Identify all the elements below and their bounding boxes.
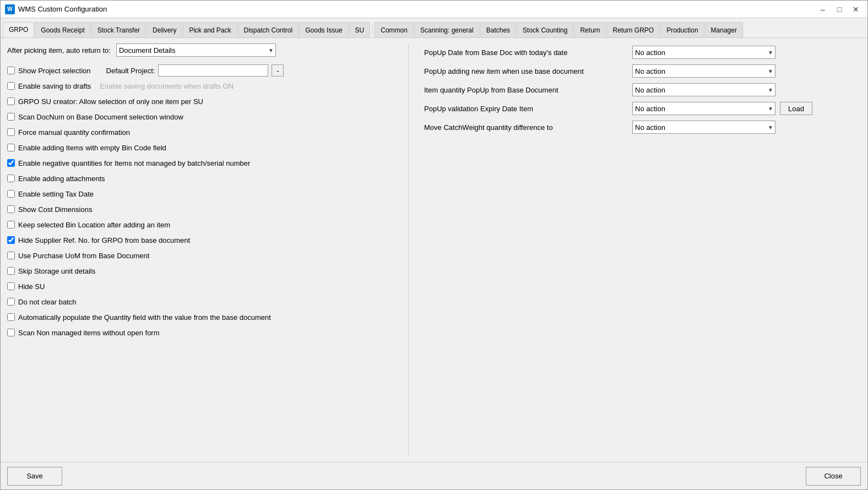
enable-attachments-checkbox[interactable] [7,175,15,182]
tab-goods-receipt[interactable]: Goods Receipt [35,22,90,37]
content-area: After picking item, auto return to: Docu… [1,38,867,462]
after-picking-label: After picking item, auto return to: [7,46,111,55]
right-row-move-catchweight: Move CatchWeight quantity difference toN… [424,119,861,135]
show-cost-dimensions-row: Show Cost Dimensions [7,203,393,215]
enable-empty-bin-label: Enable adding Items with empty Bin Code … [18,144,166,152]
tab-goods-issue[interactable]: Goods Issue [299,22,348,37]
right-dropdown-wrapper-popup-date: No actionAlways PopUpPopUp if empty▼ [632,46,775,59]
grpo-su-creator-checkbox[interactable] [7,97,15,105]
force-manual-row: Force manual quantity confirmation [7,126,393,138]
right-dropdown-wrapper-item-qty-popup: No actionAlways PopUpPopUp if empty▼ [632,83,775,96]
maximize-button[interactable]: □ [832,3,847,15]
right-dropdown-wrapper-popup-validation-expiry: No actionAlways PopUpPopUp if empty▼ [632,102,775,115]
footer: Save Close [1,462,867,489]
hide-su-row: Hide SU [7,280,393,292]
show-cost-dimensions-label: Show Cost Dimensions [18,205,92,214]
close-window-button[interactable]: ✕ [849,3,863,15]
hide-su-checkbox[interactable] [7,282,15,290]
right-dropdown-popup-new-item[interactable]: No actionAlways PopUpPopUp if empty [632,64,775,78]
force-manual-label: Force manual quantity confirmation [18,128,130,137]
hide-su-label: Hide SU [18,282,45,291]
tab-pick-and-pack[interactable]: Pick and Pack [183,22,237,37]
minimize-button[interactable]: – [816,3,830,15]
app-icon: W [5,4,15,14]
tab-return[interactable]: Return [574,22,606,37]
hide-supplier-ref-label: Hide Supplier Ref. No. for GRPO from bas… [18,236,190,244]
enable-empty-bin-row: Enable adding Items with empty Bin Code … [7,141,393,154]
enable-tax-date-checkbox[interactable] [7,190,15,198]
project-dash-button[interactable]: - [272,64,284,77]
enable-saving-drafts-label: Enable saving to drafts [18,82,91,90]
right-dropdown-item-qty-popup[interactable]: No actionAlways PopUpPopUp if empty [632,83,775,96]
grpo-su-creator-row: GRPO SU creator: Allow selection of only… [7,95,393,107]
load-button[interactable]: Load [780,102,812,115]
right-dropdown-wrapper-move-catchweight: No actionAlways PopUpPopUp if empty▼ [632,121,775,134]
default-project-input[interactable] [158,64,268,77]
show-cost-dimensions-checkbox[interactable] [7,205,15,213]
tab-dispatch-control[interactable]: Dispatch Control [238,22,299,37]
enable-tax-date-row: Enable setting Tax Date [7,188,393,200]
window-controls: – □ ✕ [816,3,863,15]
right-label-popup-validation-expiry: PopUp validation Expiry Date Item [424,105,628,113]
skip-storage-unit-checkbox[interactable] [7,267,15,275]
right-panel: PopUp Date from Base Doc with today's da… [424,43,861,456]
window-title: WMS Custom Configuration [18,5,816,13]
keep-bin-location-checkbox[interactable] [7,221,15,228]
close-button[interactable]: Close [806,467,861,486]
right-dropdown-move-catchweight[interactable]: No actionAlways PopUpPopUp if empty [632,121,775,134]
right-dropdown-popup-date[interactable]: No actionAlways PopUpPopUp if empty [632,46,775,59]
scan-non-managed-checkbox[interactable] [7,329,15,336]
tab-grpo[interactable]: GRPO [3,22,34,37]
enable-negative-checkbox[interactable] [7,159,15,167]
tab-common[interactable]: Common [375,22,414,37]
enable-empty-bin-checkbox[interactable] [7,144,15,151]
tab-manager[interactable]: Manager [705,22,743,37]
show-project-checkbox[interactable] [7,67,15,74]
after-picking-dropdown[interactable]: Document Details Item List Scan Screen [116,43,276,57]
save-button[interactable]: Save [7,467,62,486]
tab-batches[interactable]: Batches [480,22,516,37]
force-manual-checkbox[interactable] [7,128,15,136]
show-project-row: Show Project selection Default Project: … [7,64,393,77]
right-label-move-catchweight: Move CatchWeight quantity difference to [424,123,628,132]
scan-docnum-label: Scan DocNum on Base Document selection w… [18,113,183,121]
hide-supplier-ref-checkbox[interactable] [7,236,15,244]
right-dropdown-popup-validation-expiry[interactable]: No actionAlways PopUpPopUp if empty [632,102,775,115]
right-label-item-qty-popup: Item quantity PopUp from Base Document [424,86,628,94]
tab-su[interactable]: SU [349,22,371,37]
skip-storage-unit-label: Skip Storage unit details [18,267,95,275]
tab-stock-transfer[interactable]: Stock Transfer [91,22,146,37]
do-not-clear-batch-row: Do not clear batch [7,296,393,308]
left-panel: After picking item, auto return to: Docu… [7,43,393,456]
auto-populate-qty-row: Automatically populate the Quantity fiel… [7,311,393,323]
right-dropdown-wrapper-popup-new-item: No actionAlways PopUpPopUp if empty▼ [632,64,775,78]
enable-saving-drafts-checkbox[interactable] [7,82,15,90]
enable-saving-drafts-row: Enable saving to drafts Enable saving do… [7,80,393,92]
enable-negative-row: Enable negative quantities for Items not… [7,157,393,169]
use-purchase-uom-label: Use Purchase UoM from Base Document [18,252,149,260]
right-row-popup-new-item: PopUp adding new item when use base docu… [424,63,861,79]
tabs-bar: GRPOGoods ReceiptStock TransferDeliveryP… [1,18,867,38]
scan-docnum-checkbox[interactable] [7,113,15,121]
keep-bin-location-label: Keep selected Bin Location after adding … [18,221,170,229]
enable-tax-date-label: Enable setting Tax Date [18,190,94,198]
after-picking-row: After picking item, auto return to: Docu… [7,43,393,57]
tab-stock-counting[interactable]: Stock Counting [517,22,573,37]
tab-delivery[interactable]: Delivery [147,22,182,37]
right-row-item-qty-popup: Item quantity PopUp from Base DocumentNo… [424,82,861,97]
tab-production[interactable]: Production [660,22,704,37]
auto-populate-qty-checkbox[interactable] [7,313,15,321]
right-label-popup-date: PopUp Date from Base Doc with today's da… [424,48,628,57]
right-row-popup-validation-expiry: PopUp validation Expiry Date ItemNo acti… [424,101,861,116]
skip-storage-unit-row: Skip Storage unit details [7,265,393,277]
footer-left: Save [7,467,62,486]
scan-non-managed-label: Scan Non managed items without open form [18,329,160,337]
do-not-clear-batch-checkbox[interactable] [7,298,15,306]
enable-attachments-row: Enable adding attachments [7,172,393,184]
use-purchase-uom-checkbox[interactable] [7,252,15,259]
tab-return-grpo[interactable]: Return GRPO [606,22,660,37]
tab-scanning-general[interactable]: Scanning: general [414,22,480,37]
panel-divider [408,43,409,456]
tab-separator [372,24,373,35]
after-picking-dropdown-wrapper: Document Details Item List Scan Screen ▼ [116,43,276,57]
